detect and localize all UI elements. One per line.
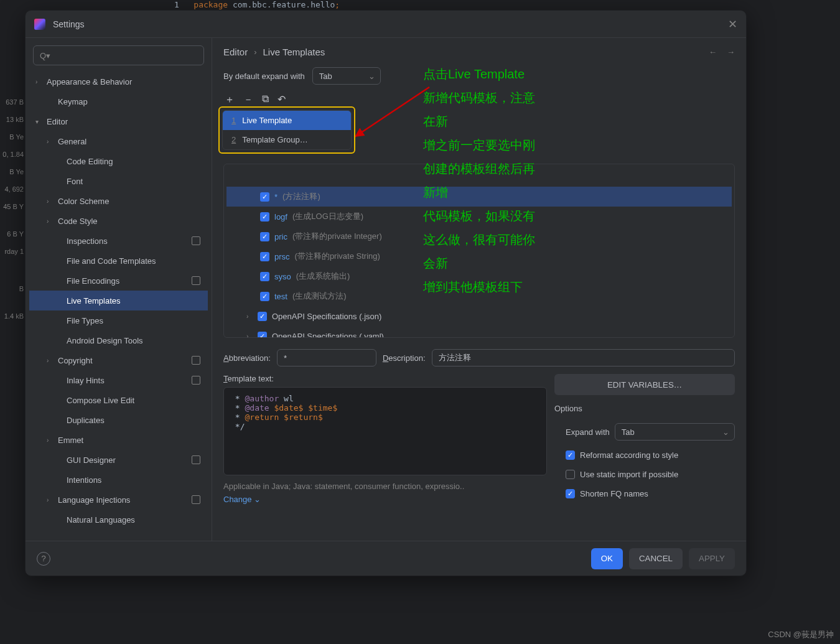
checkbox-icon[interactable]: ✓	[260, 252, 269, 261]
cancel-button[interactable]: CANCEL	[629, 548, 683, 569]
help-icon[interactable]: ?	[37, 552, 50, 566]
edit-variables-button[interactable]: EDIT VARIABLES…	[554, 374, 735, 395]
checkbox-icon[interactable]: ✓	[260, 272, 269, 281]
sidebar-item-editor[interactable]: ▾Editor	[29, 111, 208, 131]
scope-icon	[192, 495, 200, 504]
watermark: CSDN @莪是男神	[768, 629, 834, 640]
sidebar-item-duplicates[interactable]: Duplicates	[29, 410, 208, 430]
template-row[interactable]: ✓pric (带注释的private Integer)	[226, 226, 732, 246]
sidebar-item-live-templates[interactable]: Live Templates	[29, 291, 208, 310]
expand-with-select[interactable]: Tab	[615, 423, 735, 441]
code-package: com.bbc.feature.hello	[228, 0, 335, 9]
template-row[interactable]: ✓syso (生成系统输出)	[226, 266, 732, 286]
ok-button[interactable]: OK	[591, 548, 623, 569]
sidebar-item-gui-designer[interactable]: GUI Designer	[29, 450, 208, 470]
change-context-link[interactable]: Change ⌄	[223, 495, 547, 504]
template-row[interactable]: ✓test (生成测试方法)	[226, 286, 732, 306]
sidebar-item-inlay-hints[interactable]: Inlay Hints	[29, 370, 208, 390]
scope-icon	[192, 455, 200, 464]
settings-sidebar: Q▾ ›Appearance & BehaviorKeymap▾Editor›G…	[26, 38, 212, 541]
dialog-title: Settings	[53, 19, 728, 29]
crumb-editor[interactable]: Editor	[223, 47, 248, 57]
apply-button[interactable]: APPLY	[689, 548, 735, 569]
sidebar-item-color-scheme[interactable]: ›Color Scheme	[29, 191, 208, 211]
sidebar-item-emmet[interactable]: ›Emmet	[29, 430, 208, 450]
add-icon[interactable]: ＋	[225, 93, 235, 106]
scope-icon	[192, 356, 200, 365]
breadcrumb: Editor › Live Templates ← →	[223, 47, 735, 57]
description-input[interactable]: 方法注释	[432, 349, 735, 366]
template-row[interactable]: ✓* (方法注释)	[226, 187, 732, 207]
checkbox-icon[interactable]: ✓	[260, 232, 269, 241]
sidebar-item-appearance-behavior[interactable]: ›Appearance & Behavior	[29, 72, 208, 91]
search-input[interactable]: Q▾	[33, 45, 204, 65]
applicable-contexts: Applicable in Java; Java: statement, con…	[223, 482, 547, 491]
crumb-live-templates: Live Templates	[263, 47, 325, 57]
scope-icon	[192, 376, 200, 385]
options-label: Options	[554, 404, 735, 413]
titlebar: Settings ✕	[26, 11, 746, 38]
remove-icon[interactable]: －	[243, 93, 253, 106]
checkbox-icon[interactable]: ✓	[260, 212, 269, 222]
abbreviation-input[interactable]: *	[277, 349, 376, 366]
static-import-checkbox[interactable]	[566, 470, 575, 479]
expand-with-label: Expand with	[566, 427, 610, 437]
forward-icon[interactable]: →	[727, 47, 735, 57]
reformat-checkbox[interactable]: ✓	[566, 450, 575, 460]
sidebar-item-language-injections[interactable]: ›Language Injections	[29, 490, 208, 510]
settings-tree: ›Appearance & BehaviorKeymap▾Editor›Gene…	[29, 72, 208, 537]
scope-icon	[192, 276, 200, 285]
main-panel: Editor › Live Templates ← → By default e…	[212, 38, 746, 541]
sidebar-item-general[interactable]: ›General	[29, 131, 208, 151]
checkbox-icon[interactable]: ✓	[260, 192, 269, 202]
templates-tree: ▾✓MyTemplates ✓* (方法注释)✓logf (生成LOG日志变量)…	[223, 164, 735, 338]
background-file-list: 637 B13 kBB Ye0, 1.84B Ye4, 69245 B Y6 B…	[0, 93, 25, 325]
chevron-right-icon: ›	[254, 47, 256, 57]
template-row[interactable]: ✓logf (生成LOG日志变量)	[226, 207, 732, 226]
popup-template-group[interactable]: 2 Template Group…	[223, 130, 351, 149]
sidebar-item-compose-live-edit[interactable]: Compose Live Edit	[29, 390, 208, 410]
search-icon: Q▾	[40, 51, 50, 60]
sidebar-item-file-encodings[interactable]: File Encodings	[29, 271, 208, 291]
template-group-row[interactable]: ›✓OpenAPI Specifications (.json)	[226, 306, 732, 326]
expand-with-label: By default expand with	[223, 72, 305, 81]
sidebar-item-inspections[interactable]: Inspections	[29, 231, 208, 251]
sidebar-item-keymap[interactable]: Keymap	[29, 91, 208, 111]
intellij-logo-icon	[34, 19, 45, 30]
sidebar-item-file-types[interactable]: File Types	[29, 310, 208, 330]
description-label: Description:	[383, 353, 426, 363]
back-icon[interactable]: ←	[709, 47, 717, 57]
close-icon[interactable]: ✕	[728, 17, 737, 31]
sidebar-item-android-design-tools[interactable]: Android Design Tools	[29, 330, 208, 350]
default-expand-select[interactable]: Tab	[312, 67, 381, 85]
sidebar-item-file-and-code-templates[interactable]: File and Code Templates	[29, 251, 208, 271]
settings-dialog: Settings ✕ Q▾ ›Appearance & BehaviorKeym…	[25, 10, 747, 576]
code-keyword: package	[194, 0, 228, 9]
sidebar-item-code-style[interactable]: ›Code Style	[29, 211, 208, 231]
template-text-editor[interactable]: * @author wl * @date $date$ $time$ * @re…	[223, 387, 547, 475]
dialog-footer: ? OK CANCEL APPLY	[26, 541, 746, 576]
shorten-fq-checkbox[interactable]: ✓	[566, 489, 575, 498]
template-group-row[interactable]: ›✓OpenAPI Specifications (.yaml)	[226, 326, 732, 338]
sidebar-item-code-editing[interactable]: Code Editing	[29, 151, 208, 171]
checkbox-icon[interactable]: ✓	[258, 332, 267, 338]
template-row[interactable]: ✓prsc (带注释的private String)	[226, 246, 732, 266]
scope-icon	[192, 236, 200, 245]
line-number: 1	[174, 0, 179, 9]
checkbox-icon[interactable]: ✓	[260, 292, 269, 301]
sidebar-item-copyright[interactable]: ›Copyright	[29, 350, 208, 370]
revert-icon[interactable]: ↶	[278, 93, 286, 106]
copy-icon[interactable]: ⧉	[262, 93, 269, 106]
sidebar-item-natural-languages[interactable]: Natural Languages	[29, 510, 208, 530]
checkbox-icon[interactable]: ✓	[258, 312, 267, 321]
abbreviation-label: Abbreviation:	[223, 353, 271, 363]
sidebar-item-font[interactable]: Font	[29, 171, 208, 191]
template-text-label: Template text:	[223, 374, 547, 383]
add-popup: 1 Live Template 2 Template Group…	[222, 110, 352, 150]
popup-live-template[interactable]: 1 Live Template	[223, 111, 351, 130]
sidebar-item-intentions[interactable]: Intentions	[29, 470, 208, 490]
